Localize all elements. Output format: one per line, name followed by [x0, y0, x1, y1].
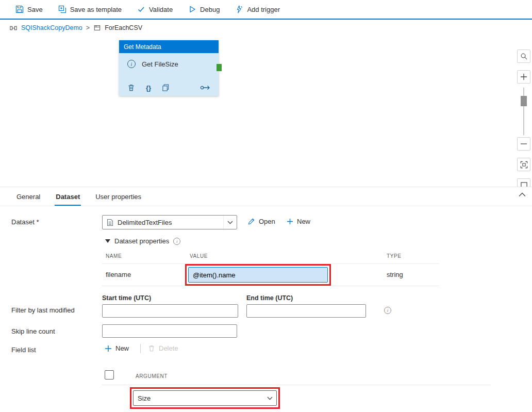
tab-user-properties[interactable]: User properties: [94, 188, 142, 206]
filter-by-last-modified-label: Filter by last modified: [11, 306, 75, 314]
argument-dropdown-value: Size: [134, 394, 263, 402]
add-trigger-icon: [235, 5, 243, 13]
code-braces-icon[interactable]: {}: [146, 84, 151, 92]
breadcrumb: SQIShackCopyDemo > ForEachCSV: [0, 21, 532, 35]
validate-button[interactable]: Validate: [137, 5, 173, 13]
argument-highlight-box: Size: [130, 387, 280, 409]
zoom-in-button[interactable]: [517, 70, 530, 84]
zoom-out-button[interactable]: [517, 137, 530, 151]
table-divider: [102, 286, 439, 286]
search-icon: [520, 53, 528, 60]
properties-panel: General Dataset User properties Dataset …: [0, 187, 532, 412]
dataset-file-icon: [107, 219, 113, 226]
canvas-zoom-toolbar: [516, 0, 532, 187]
new-dataset-button[interactable]: New: [287, 218, 310, 225]
dataset-dropdown-value: DelimitedTextFiles: [113, 219, 223, 226]
end-time-label: End time (UTC): [246, 294, 293, 302]
field-list-new-label: New: [115, 344, 129, 352]
dataset-properties-title: Dataset properties: [114, 237, 169, 245]
start-time-label: Start time (UTC): [102, 294, 151, 302]
top-toolbar: Save Save as template Validate Debug: [0, 0, 532, 20]
dataset-dropdown[interactable]: DelimitedTextFiles: [102, 215, 237, 229]
dataset-dropdown-chevron: [223, 216, 237, 229]
info-icon: i: [173, 238, 180, 245]
breadcrumb-separator: >: [86, 24, 90, 31]
breadcrumb-pipeline: ForEachCSV: [105, 24, 142, 31]
property-type-cell: string: [387, 271, 403, 278]
data-factory-icon: [9, 24, 18, 32]
column-header-value: VALUE: [190, 253, 208, 259]
argument-column-header: ARGUMENT: [136, 373, 168, 379]
activity-name-label: Get FileSize: [142, 60, 178, 68]
save-as-template-icon: [58, 5, 66, 13]
debug-play-icon: [188, 5, 196, 13]
property-name-cell: filename: [106, 271, 131, 278]
tab-dataset[interactable]: Dataset: [55, 188, 81, 206]
save-button[interactable]: Save: [15, 5, 43, 13]
zoom-slider-track[interactable]: [523, 88, 524, 135]
activity-get-metadata[interactable]: Get Metadata i Get FileSize {}: [119, 40, 219, 96]
add-output-arrow-icon[interactable]: [200, 84, 210, 91]
expanded-triangle-icon: [105, 239, 110, 243]
pipeline-canvas[interactable]: Get Metadata i Get FileSize {}: [0, 35, 532, 187]
open-dataset-button[interactable]: Open: [247, 218, 275, 225]
skip-line-count-input[interactable]: [102, 324, 237, 338]
argument-select-checkbox[interactable]: [105, 370, 114, 380]
activity-type-header: Get Metadata: [119, 40, 219, 53]
zoom-to-fit-button[interactable]: [517, 158, 530, 171]
property-value-input[interactable]: [188, 267, 328, 283]
breadcrumb-factory-link[interactable]: SQIShackCopyDemo: [21, 24, 82, 31]
output-connector[interactable]: [217, 64, 222, 71]
save-as-template-button[interactable]: Save as template: [58, 5, 122, 13]
plus-icon: [105, 345, 112, 352]
column-header-name: NAME: [106, 253, 122, 259]
delete-activity-icon[interactable]: [127, 84, 135, 92]
field-list-delete-button[interactable]: Delete: [148, 344, 178, 352]
column-header-type: TYPE: [387, 253, 402, 259]
open-dataset-label: Open: [259, 218, 275, 225]
adf-pipeline-editor: Save Save as template Validate Debug: [0, 0, 532, 412]
validate-label: Validate: [149, 6, 173, 13]
activity-type-label: Get Metadata: [124, 43, 161, 51]
canvas-search-button[interactable]: [517, 50, 530, 63]
add-trigger-label: Add trigger: [247, 6, 280, 13]
collapse-panel-icon[interactable]: [519, 192, 526, 197]
value-highlight-box: [185, 264, 331, 286]
zoom-to-fit-icon: [520, 161, 528, 169]
field-list-new-button[interactable]: New: [105, 344, 129, 352]
add-trigger-button[interactable]: Add trigger: [235, 5, 280, 13]
trash-icon: [148, 344, 155, 352]
info-icon: i: [384, 307, 391, 314]
field-list-delete-label: Delete: [159, 344, 178, 352]
start-time-input[interactable]: [102, 304, 238, 318]
validate-icon: [137, 5, 145, 13]
new-dataset-label: New: [297, 218, 310, 225]
dataset-field-label: Dataset *: [11, 218, 39, 226]
button-divider: [140, 344, 141, 353]
zoom-slider-handle[interactable]: [521, 96, 527, 106]
chevron-down-icon: [267, 397, 273, 400]
skip-line-count-label: Skip line count: [11, 327, 55, 335]
minus-icon: [520, 140, 527, 147]
argument-dropdown[interactable]: Size: [133, 390, 277, 406]
field-list-label: Field list: [11, 346, 36, 354]
plus-icon: [287, 218, 293, 225]
plus-icon: [520, 73, 527, 80]
pipeline-icon: [93, 24, 101, 31]
chevron-down-icon: [227, 221, 233, 224]
get-metadata-icon: i: [127, 60, 136, 68]
debug-label: Debug: [200, 6, 220, 13]
debug-button[interactable]: Debug: [188, 5, 220, 13]
clone-activity-icon[interactable]: [162, 84, 170, 92]
dataset-properties-toggle[interactable]: Dataset properties i: [105, 237, 180, 245]
argument-dropdown-chevron: [263, 391, 276, 405]
end-time-input[interactable]: [246, 304, 366, 318]
table-divider: [102, 385, 491, 385]
activity-body: i Get FileSize {}: [119, 53, 219, 96]
tab-general[interactable]: General: [15, 188, 41, 206]
save-label: Save: [27, 6, 43, 13]
panel-tabs: General Dataset User properties: [0, 187, 532, 206]
edit-pencil-icon: [247, 218, 255, 225]
save-as-template-label: Save as template: [70, 6, 122, 13]
save-icon: [15, 5, 24, 13]
